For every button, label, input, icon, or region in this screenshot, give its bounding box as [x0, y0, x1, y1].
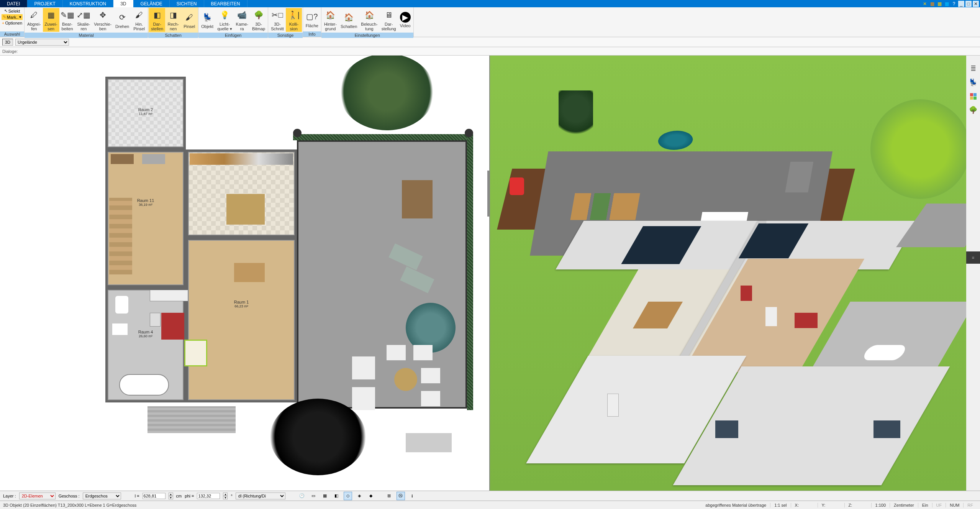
view-2d[interactable]: Raum 211,87 m² Raum 1136,19 m² Raum 345,…: [0, 56, 490, 491]
schnitt-button[interactable]: ✂□3D- Schnitt: [269, 8, 286, 32]
group-label-sonstige: Sonstige: [268, 33, 303, 38]
clock-icon[interactable]: 🕐: [298, 492, 306, 500]
front-window-1: [715, 420, 738, 438]
selekt-button[interactable]: ↖Selekt: [3, 8, 21, 14]
group-label-schatten: Schatten: [148, 33, 198, 38]
pinsel-button[interactable]: 🖌Pinsel: [181, 10, 197, 30]
status-sel: 1:1 sel: [770, 503, 791, 507]
plants-icon[interactable]: 🌳: [968, 105, 978, 115]
scale-icon: ⤢▦: [77, 9, 90, 21]
menu-bar: DATEI PROJEKT KONSTRUKTION 3D GELÄNDE SI…: [0, 0, 980, 7]
status-x: X:: [791, 503, 818, 507]
phi-input[interactable]: [197, 493, 220, 499]
zuweisen-button[interactable]: ▦Zuwei- sen: [43, 8, 59, 32]
tree-icon: 🌳: [252, 9, 265, 21]
menu-sichten[interactable]: SICHTEN: [170, 0, 204, 7]
status-bar: 3D Objekt (20 Einzelflächen) T13_200x300…: [0, 501, 980, 509]
brush2-icon: 🖌: [183, 11, 195, 23]
ribbon-group-einfuegen: 💺Objekt 💡Licht- quelle ▾ 📹Kame- ra 🌳3D- …: [198, 7, 268, 37]
dialog-label: Dialoge:: [2, 49, 18, 54]
status-rf: RF: [964, 503, 977, 507]
bulb-icon: 💡: [218, 9, 231, 21]
front-window-2: [873, 420, 900, 438]
board-1: [111, 154, 134, 164]
rechnen-button[interactable]: ◨Rech- nen: [165, 8, 181, 32]
red-chair-3d: [741, 286, 752, 301]
darstellen-button[interactable]: ◧Dar- stellen: [149, 8, 165, 32]
right-tab-handle[interactable]: ≡: [966, 251, 980, 264]
kamera-button[interactable]: 📹Kame- ra: [234, 8, 250, 32]
ribbon-group-auswahl: ↖Selekt ✎Mark..▾ +Optionen Auswahl: [0, 7, 25, 37]
l-input[interactable]: [143, 493, 166, 499]
view-3d[interactable]: ≣ 💺 🌳 ≡: [490, 56, 980, 491]
geschoss-select[interactable]: Erdgeschos: [83, 493, 121, 499]
geschoss-label: Geschoss :: [59, 494, 80, 498]
lichtquelle-button[interactable]: 💡Licht- quelle ▾: [215, 8, 234, 32]
snap1-icon[interactable]: ◇: [344, 492, 352, 500]
l-spinner[interactable]: ▲▼: [169, 493, 173, 499]
hinpinsel-button[interactable]: 🖌Hin. Pinsel: [131, 8, 147, 32]
hintergrund-button[interactable]: 🏠Hinter- grund: [322, 8, 339, 32]
schatten-button[interactable]: 🏠Schatten: [339, 10, 359, 30]
snap3-icon[interactable]: ◆: [367, 492, 375, 500]
mark-button[interactable]: ✎Mark..▾: [2, 14, 23, 20]
bench-bottom: [406, 433, 452, 452]
red-object: [510, 177, 524, 195]
mode-label: 3D: [2, 39, 13, 46]
menu-projekt[interactable]: PROJEKT: [27, 0, 62, 7]
menu-3d[interactable]: 3D: [113, 0, 133, 7]
phi-spinner[interactable]: ▲▼: [223, 493, 228, 499]
stairs: [109, 198, 132, 274]
video-button[interactable]: ▶Video: [398, 11, 413, 29]
objekt-button[interactable]: 💺Objekt: [199, 10, 215, 30]
cube-tool-icon[interactable]: ◧: [332, 492, 341, 500]
tool-icon-1[interactable]: ✕: [922, 1, 928, 7]
tool-icon-2[interactable]: ▦: [929, 1, 935, 7]
skalieren-button[interactable]: ⤢▦Skalie- ren: [75, 8, 92, 32]
bearbeiten-button[interactable]: ✎▦Bear- beiten: [59, 8, 75, 32]
splitter-handle[interactable]: [487, 171, 490, 217]
close-icon[interactable]: ✕: [973, 1, 979, 7]
stack-icon[interactable]: ▦: [321, 492, 329, 500]
rect-tool-icon[interactable]: ▭: [309, 492, 318, 500]
flaeche-button[interactable]: ▢?Fläche: [304, 10, 320, 29]
colors-icon[interactable]: [968, 91, 978, 102]
dl-select[interactable]: dl (Richtung/Di: [236, 493, 285, 499]
verschieben-button[interactable]: ✥Verschie- ben: [92, 8, 113, 32]
menu-datei[interactable]: DATEI: [0, 0, 27, 7]
maximize-icon[interactable]: □: [965, 1, 972, 7]
layer-select[interactable]: 2D-Elemen: [19, 493, 56, 499]
menu-konstruktion[interactable]: KONSTRUKTION: [63, 0, 113, 7]
menu-gelaende[interactable]: GELÄNDE: [133, 0, 169, 7]
desk: [234, 263, 265, 282]
north-icon[interactable]: Ⓝ: [397, 492, 405, 500]
help-icon[interactable]: ?: [951, 1, 957, 7]
tool-icon-4[interactable]: ▦: [944, 1, 950, 7]
optionen-button[interactable]: +Optionen: [1, 20, 23, 26]
kitchen-counter: [190, 153, 293, 165]
beleuchtung-button[interactable]: 🏠Beleuch- tung: [359, 8, 379, 32]
bitmap-button[interactable]: 🌳3D- Bitmap: [250, 8, 267, 32]
plus-icon: +: [2, 21, 4, 25]
tool-icon-3[interactable]: ▦: [936, 1, 942, 7]
ribbon-group-material: 🖊Abgrei- fen ▦Zuwei- sen ✎▦Bear- beiten …: [25, 7, 148, 37]
darstellung-button[interactable]: 🖥Dar- stellung: [380, 8, 398, 32]
info-icon[interactable]: i: [408, 492, 416, 500]
phi-unit: °: [231, 494, 232, 498]
terrain-select[interactable]: Urgelände: [15, 39, 69, 46]
status-scale: 1:100: [872, 503, 890, 507]
snap2-icon[interactable]: ◈: [355, 492, 364, 500]
phi-label: phi =: [185, 494, 194, 498]
drehen-button[interactable]: ⟳Drehen: [113, 10, 131, 30]
abgreifen-button[interactable]: 🖊Abgrei- fen: [25, 8, 43, 32]
grid-icon[interactable]: ⊞: [385, 492, 393, 500]
layers-icon[interactable]: ≣: [968, 63, 978, 74]
red-sofa-3d: [795, 313, 818, 328]
house-3d: [549, 221, 965, 491]
hedge-knob-r: [465, 129, 473, 137]
house3-icon: 🏠: [363, 9, 375, 21]
furniture-icon[interactable]: 💺: [968, 77, 978, 88]
menu-bearbeiten[interactable]: BEARBEITEN: [204, 0, 247, 7]
kollision-button[interactable]: 🚶|Kolli- sion: [286, 8, 302, 32]
minimize-icon[interactable]: _: [958, 1, 964, 7]
